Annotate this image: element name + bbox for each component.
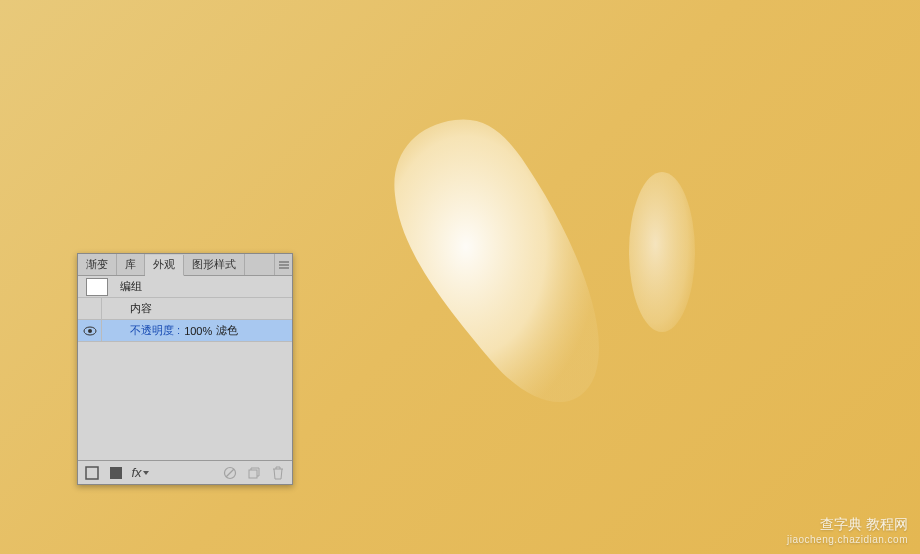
panel-footer: fx bbox=[78, 460, 292, 484]
row-contents[interactable]: 内容 bbox=[78, 298, 292, 320]
add-effect-button[interactable]: fx bbox=[130, 464, 150, 482]
new-stroke-button[interactable] bbox=[82, 464, 102, 482]
svg-point-0 bbox=[629, 172, 695, 332]
opacity-row-content: 不透明度 : 100% 滤色 bbox=[102, 323, 292, 338]
svg-point-2 bbox=[88, 329, 92, 333]
tab-appearance[interactable]: 外观 bbox=[145, 255, 184, 276]
panel-tab-bar: 渐变 库 外观 图形样式 bbox=[78, 254, 292, 276]
svg-rect-4 bbox=[110, 467, 122, 479]
visibility-col-empty bbox=[78, 298, 102, 319]
tab-library[interactable]: 库 bbox=[117, 254, 145, 275]
duplicate-item-button[interactable] bbox=[244, 464, 264, 482]
group-label: 编组 bbox=[114, 279, 292, 294]
watermark-title: 查字典 教程网 bbox=[787, 515, 908, 533]
row-group[interactable]: 编组 bbox=[78, 276, 292, 298]
watermark-url: jiaocheng.chazidian.com bbox=[787, 533, 908, 546]
tab-gradient[interactable]: 渐变 bbox=[78, 254, 117, 275]
group-thumbnail bbox=[86, 278, 108, 296]
opacity-value: 100% bbox=[184, 325, 212, 337]
svg-rect-7 bbox=[249, 470, 257, 478]
highlight-blob-small bbox=[627, 170, 697, 335]
highlight-blob-large bbox=[385, 115, 605, 410]
clear-appearance-button[interactable] bbox=[220, 464, 240, 482]
appearance-panel: 渐变 库 外观 图形样式 编组 内容 不透明度 : bbox=[77, 253, 293, 485]
opacity-label[interactable]: 不透明度 : bbox=[130, 323, 180, 338]
canvas-background[interactable]: 渐变 库 外观 图形样式 编组 内容 不透明度 : bbox=[0, 0, 920, 554]
watermark: 查字典 教程网 jiaocheng.chazidian.com bbox=[787, 515, 908, 546]
blend-mode-value: 滤色 bbox=[216, 323, 238, 338]
contents-label: 内容 bbox=[102, 301, 292, 316]
delete-item-button[interactable] bbox=[268, 464, 288, 482]
new-fill-button[interactable] bbox=[106, 464, 126, 482]
panel-empty-area bbox=[78, 342, 292, 460]
tab-graphic-styles[interactable]: 图形样式 bbox=[184, 254, 245, 275]
row-opacity[interactable]: 不透明度 : 100% 滤色 bbox=[78, 320, 292, 342]
panel-menu-button[interactable] bbox=[274, 254, 292, 275]
svg-rect-3 bbox=[86, 467, 98, 479]
panel-body: 编组 内容 不透明度 : 100% 滤色 bbox=[78, 276, 292, 460]
visibility-toggle[interactable] bbox=[78, 320, 102, 341]
svg-line-6 bbox=[226, 469, 234, 477]
